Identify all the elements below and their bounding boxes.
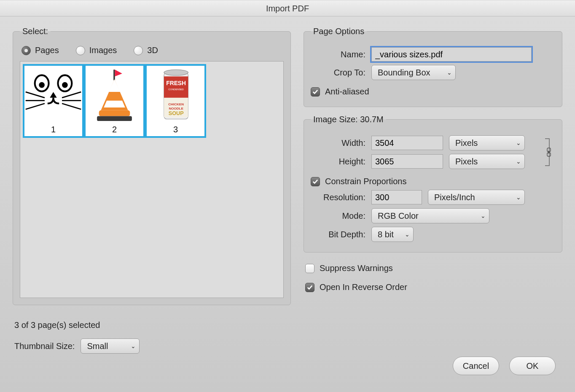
cat-face-icon	[24, 66, 82, 124]
svg-rect-6	[113, 70, 115, 80]
checkbox-icon	[311, 87, 320, 97]
page-number-label: 3	[147, 124, 204, 136]
soup-can-icon: FRESH CONDENSED CHICKEN NOODLE SOUP	[147, 66, 204, 124]
image-size-fieldset: Image Size: 30.7M Width: Pixels ⌄ H	[304, 115, 562, 252]
anti-aliased-checkbox[interactable]: Anti-aliased	[311, 87, 369, 97]
page-options-legend: Page Options	[311, 27, 367, 36]
svg-text:CHICKEN: CHICKEN	[168, 102, 184, 106]
bit-depth-label: Bit Depth:	[311, 230, 365, 239]
image-size-legend: Image Size: 30.7M	[311, 115, 386, 124]
svg-text:SOUP: SOUP	[169, 110, 184, 116]
open-reverse-order-checkbox[interactable]: Open In Reverse Order	[305, 282, 407, 292]
radio-pages[interactable]: Pages	[21, 46, 59, 55]
crop-to-label: Crop To:	[311, 68, 365, 78]
radio-dot-icon	[76, 46, 85, 55]
chevron-down-icon: ⌄	[516, 140, 521, 146]
page-thumbnail-2[interactable]: 2	[84, 64, 145, 138]
bit-depth-value: 8 bit	[378, 230, 394, 239]
radio-images-label: Images	[89, 46, 117, 55]
resolution-unit-select[interactable]: Pixels/Inch ⌄	[428, 190, 525, 205]
height-label: Height:	[311, 157, 365, 166]
resolution-unit-value: Pixels/Inch	[434, 193, 475, 202]
ok-button[interactable]: OK	[509, 357, 556, 375]
name-input[interactable]	[371, 47, 532, 62]
crop-to-value: Bounding Box	[378, 68, 430, 78]
anti-aliased-label: Anti-aliased	[325, 87, 369, 97]
radio-3d[interactable]: 3D	[134, 46, 158, 55]
svg-marker-10	[104, 101, 125, 107]
svg-rect-25	[548, 151, 550, 153]
radio-dot-icon	[21, 46, 31, 55]
import-pdf-dialog: Import PDF Select: Pages Images	[0, 0, 575, 392]
chevron-down-icon: ⌄	[516, 194, 521, 201]
link-dimensions-toggle[interactable]	[543, 132, 555, 172]
svg-text:NOODLE: NOODLE	[169, 107, 183, 110]
mode-label: Mode:	[311, 211, 365, 221]
width-unit-value: Pixels	[455, 138, 478, 148]
suppress-warnings-checkbox[interactable]: Suppress Warnings	[305, 263, 393, 273]
chevron-down-icon: ⌄	[481, 212, 486, 219]
cancel-button[interactable]: Cancel	[453, 357, 499, 375]
dialog-title: Import PDF	[0, 0, 575, 16]
mode-select[interactable]: RGB Color ⌄	[371, 208, 489, 223]
page-thumbnail-1[interactable]: 1	[23, 64, 84, 138]
page-options-fieldset: Page Options Name: Crop To: Bounding Box…	[304, 27, 562, 107]
width-input[interactable]	[371, 136, 443, 150]
width-unit-select[interactable]: Pixels ⌄	[449, 135, 525, 150]
radio-pages-label: Pages	[35, 46, 59, 55]
thumbnail-size-label: Thumbnail Size:	[14, 341, 75, 351]
chevron-down-icon: ⌄	[131, 343, 136, 349]
page-thumbnail-3[interactable]: FRESH CONDENSED CHICKEN NOODLE SOUP 3	[145, 64, 206, 138]
checkbox-icon	[311, 177, 320, 186]
chevron-down-icon: ⌄	[405, 231, 410, 238]
constrain-proportions-checkbox[interactable]: Constrain Proportions	[311, 177, 406, 186]
thumbnail-size-value: Small	[87, 341, 108, 351]
selection-status: 3 of 3 page(s) selected	[14, 320, 291, 330]
select-fieldset: Select: Pages Images 3D	[13, 27, 291, 305]
svg-point-3	[39, 82, 45, 88]
svg-point-15	[164, 70, 188, 75]
thumbnail-grid[interactable]: 1	[20, 61, 284, 298]
resolution-input[interactable]	[371, 190, 422, 204]
svg-text:CONDENSED: CONDENSED	[168, 88, 184, 91]
radio-images[interactable]: Images	[76, 46, 117, 55]
name-label: Name:	[311, 50, 365, 59]
svg-rect-12	[97, 116, 132, 121]
checkbox-icon	[305, 283, 314, 292]
radio-dot-icon	[134, 46, 143, 55]
svg-rect-11	[99, 110, 130, 116]
svg-rect-16	[164, 76, 188, 98]
checkbox-icon	[305, 264, 314, 273]
radio-3d-label: 3D	[147, 46, 158, 55]
constrain-proportions-label: Constrain Proportions	[325, 177, 406, 186]
crop-to-select[interactable]: Bounding Box ⌄	[371, 65, 456, 80]
select-legend: Select:	[20, 27, 51, 36]
page-number-label: 2	[86, 124, 143, 136]
open-reverse-order-label: Open In Reverse Order	[320, 282, 407, 292]
chevron-down-icon: ⌄	[516, 158, 521, 165]
height-input[interactable]	[371, 154, 443, 169]
thumbnail-size-select[interactable]: Small ⌄	[81, 338, 140, 354]
svg-point-4	[62, 82, 68, 88]
height-unit-value: Pixels	[455, 157, 478, 166]
bit-depth-select[interactable]: 8 bit ⌄	[371, 227, 414, 242]
width-label: Width:	[311, 138, 365, 148]
suppress-warnings-label: Suppress Warnings	[320, 263, 393, 273]
mode-value: RGB Color	[378, 211, 419, 221]
chevron-down-icon: ⌄	[447, 69, 452, 76]
height-unit-select[interactable]: Pixels ⌄	[449, 154, 525, 169]
buoy-icon	[86, 66, 143, 124]
page-number-label: 1	[24, 124, 82, 136]
svg-text:FRESH: FRESH	[166, 80, 186, 86]
resolution-label: Resolution:	[311, 193, 365, 202]
